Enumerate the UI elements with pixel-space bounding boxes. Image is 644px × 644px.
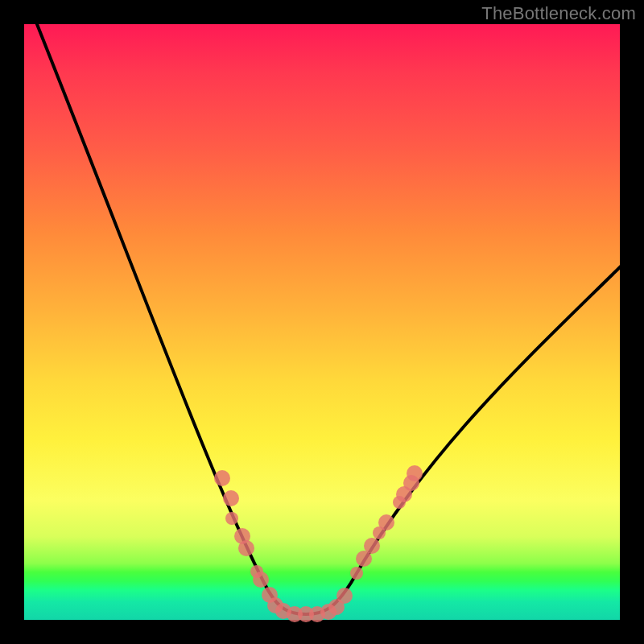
scatter-dot [378, 514, 394, 530]
scatter-dot [225, 512, 238, 525]
bottleneck-curve [24, 0, 621, 614]
scatter-dot [214, 470, 230, 486]
scatter-dot [407, 465, 423, 481]
scatter-dot [238, 540, 254, 556]
watermark-text: TheBottleneck.com [481, 3, 636, 24]
scatter-dot [223, 490, 239, 506]
outer-black-frame: TheBottleneck.com [0, 0, 644, 644]
gradient-plot-area [24, 24, 620, 620]
scatter-dot [253, 572, 269, 588]
scatter-dots [214, 465, 423, 622]
scatter-dot [336, 588, 353, 604]
scatter-dot [364, 538, 380, 554]
curve-svg [24, 24, 620, 620]
scatter-dot [350, 567, 363, 580]
